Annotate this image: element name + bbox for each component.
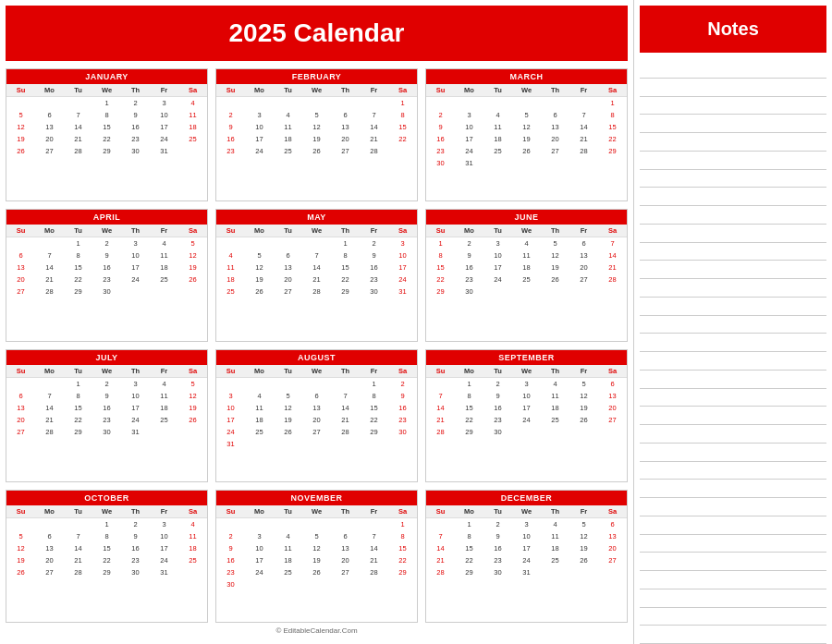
day-cell [483,97,512,109]
day-cell: 9 [455,249,483,261]
day-cell: 6 [6,390,35,402]
day-cell: 22 [360,414,388,426]
day-header: Mo [245,225,274,237]
day-cell: 18 [245,414,274,426]
day-cell: 26 [302,566,331,578]
day-header: Sa [388,84,417,96]
day-cell [216,378,245,390]
day-header: Th [331,225,360,237]
day-header: Mo [245,365,274,377]
day-cell [6,378,35,390]
day-cell: 16 [426,133,455,145]
months-row: JANUARYSuMoTuWeThFrSa1234567891011121314… [6,68,628,201]
day-cell: 21 [598,261,627,273]
day-cell: 23 [483,414,512,426]
day-cell: 16 [360,261,388,273]
day-cell: 17 [150,542,178,554]
day-cell [331,97,360,109]
day-cell [35,518,64,530]
note-line [640,97,826,115]
day-cell: 17 [245,133,274,145]
day-cell: 30 [121,566,150,578]
day-cell: 16 [388,402,417,414]
day-cell: 1 [388,97,417,109]
day-header: Mo [455,225,483,237]
days-grid: 1234567891011121314151617181920212223242… [6,97,207,157]
day-cell: 25 [178,554,207,566]
day-cell [331,518,360,530]
note-line [640,243,826,261]
day-cell: 15 [92,542,121,554]
day-cell: 1 [455,518,483,530]
day-cell: 27 [331,145,360,157]
day-cell [569,286,598,298]
day-cell: 7 [64,530,92,542]
day-cell: 13 [598,390,627,402]
month-header: DECEMBER [426,491,627,505]
note-line [640,516,826,535]
day-cell: 19 [302,133,331,145]
day-cell: 30 [455,286,483,298]
day-cell: 17 [483,261,512,273]
month-block: AUGUSTSuMoTuWeThFrSa12345678910111213141… [215,349,418,482]
day-cell: 12 [178,390,207,402]
day-cell: 28 [302,286,331,298]
day-cell [331,378,360,390]
day-cell [216,97,245,109]
day-header: Su [426,225,455,237]
day-cell [178,145,207,157]
day-cell: 25 [512,273,541,286]
day-cell: 11 [178,530,207,542]
day-cell: 24 [388,273,417,286]
day-cell: 6 [598,378,627,390]
month-block: FEBRUARYSuMoTuWeThFrSa123456789101112131… [215,68,418,201]
day-cell: 11 [150,249,178,261]
day-cell: 12 [512,121,541,133]
day-cell [6,237,35,249]
day-cell: 23 [360,273,388,286]
day-cell: 23 [216,145,245,157]
day-cell: 5 [274,390,302,402]
day-cell: 29 [92,566,121,578]
day-header: Fr [150,365,178,377]
day-cell: 25 [150,414,178,426]
day-header: Th [121,84,150,96]
day-header: We [92,505,121,517]
note-line [640,498,826,516]
months-grid: JANUARYSuMoTuWeThFrSa1234567891011121314… [6,68,628,623]
day-cell: 14 [426,402,455,414]
note-line [640,170,826,188]
day-cell [245,438,274,450]
note-line [640,225,826,243]
day-cell [302,518,331,530]
day-cell [483,157,512,169]
month-header: AUGUST [216,350,417,365]
day-header: Th [541,505,569,517]
month-block: APRILSuMoTuWeThFrSa123456789101112131415… [6,209,208,342]
day-cell: 19 [245,273,274,286]
day-header: Th [541,84,569,96]
day-cell: 26 [245,286,274,298]
day-header: Tu [483,225,512,237]
day-cell: 9 [121,109,150,121]
day-cell: 3 [245,530,274,542]
days-grid: 1234567891011121314151617181920212223242… [426,518,627,578]
day-cell [512,97,541,109]
day-cell: 2 [92,378,121,390]
day-cell: 3 [483,237,512,249]
day-cell: 12 [6,121,35,133]
month-header: SEPTEMBER [426,350,627,365]
day-cell: 12 [178,249,207,261]
day-cell [541,566,569,578]
day-cell: 4 [274,530,302,542]
day-cell: 6 [569,237,598,249]
day-cell [598,566,627,578]
day-cell: 5 [245,249,274,261]
day-cell: 8 [64,249,92,261]
day-header: Su [426,505,455,517]
day-cell: 15 [426,261,455,273]
day-cell: 21 [360,133,388,145]
day-cell: 17 [121,261,150,273]
day-cell [331,438,360,450]
day-cell: 9 [216,121,245,133]
